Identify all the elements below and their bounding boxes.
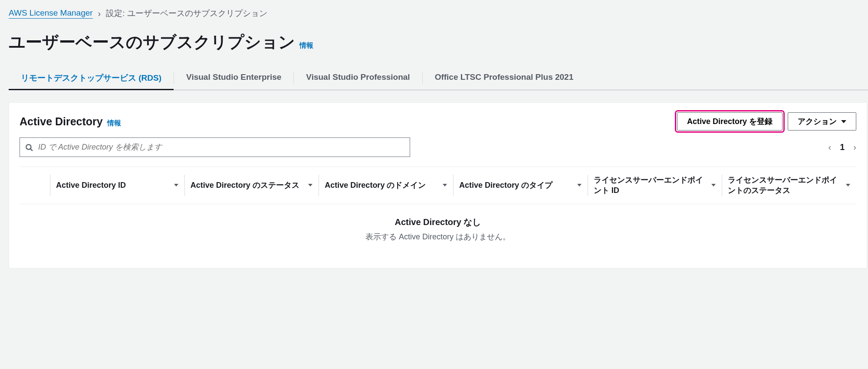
tab-office-ltsc[interactable]: Office LTSC Professional Plus 2021 bbox=[423, 66, 586, 90]
actions-dropdown-button[interactable]: アクション bbox=[788, 112, 856, 131]
page-title: ユーザーベースのサブスクリプション 情報 bbox=[9, 31, 868, 53]
tab-rds[interactable]: リモートデスクトップサービス (RDS) bbox=[9, 66, 174, 90]
svg-point-0 bbox=[26, 144, 31, 149]
search-icon bbox=[25, 144, 33, 151]
tabs: リモートデスクトップサービス (RDS) Visual Studio Enter… bbox=[9, 66, 868, 90]
column-label: Active Directory ID bbox=[56, 180, 126, 190]
column-label: Active Directory のタイプ bbox=[459, 180, 552, 190]
caret-down-icon bbox=[841, 120, 846, 123]
sort-caret-icon bbox=[577, 184, 582, 186]
page-title-text: ユーザーベースのサブスクリプション bbox=[9, 31, 295, 53]
tab-vs-professional[interactable]: Visual Studio Professional bbox=[294, 66, 422, 90]
svg-line-1 bbox=[30, 149, 33, 151]
panel-info-link[interactable]: 情報 bbox=[107, 119, 121, 128]
breadcrumb-root-link[interactable]: AWS License Manager bbox=[9, 8, 93, 19]
column-ad-id[interactable]: Active Directory ID bbox=[50, 167, 184, 204]
tab-vs-enterprise[interactable]: Visual Studio Enterprise bbox=[174, 66, 293, 90]
empty-title: Active Directory なし bbox=[20, 216, 856, 228]
panel-title: Active Directory bbox=[20, 115, 103, 128]
search-box[interactable] bbox=[20, 137, 410, 157]
pagination: ‹ 1 › bbox=[829, 142, 856, 152]
search-input[interactable] bbox=[37, 142, 404, 152]
empty-state: Active Directory なし 表示する Active Director… bbox=[20, 204, 856, 242]
column-license-endpoint-id[interactable]: ライセンスサーバーエンドポイント ID bbox=[588, 167, 722, 204]
breadcrumb: AWS License Manager › 設定: ユーザーベースのサブスクリプ… bbox=[9, 8, 868, 19]
sort-caret-icon bbox=[443, 184, 447, 186]
column-ad-status[interactable]: Active Directory のステータス bbox=[184, 167, 319, 204]
breadcrumb-current: 設定: ユーザーベースのサブスクリプション bbox=[106, 8, 267, 19]
column-select bbox=[20, 167, 50, 204]
sort-caret-icon bbox=[174, 184, 178, 186]
sort-caret-icon bbox=[711, 184, 716, 186]
column-label: ライセンスサーバーエンドポイントのステータス bbox=[728, 175, 842, 196]
actions-button-label: アクション bbox=[798, 116, 837, 127]
chevron-right-icon: › bbox=[98, 9, 101, 19]
empty-subtitle: 表示する Active Directory はありません。 bbox=[20, 232, 856, 242]
column-license-endpoint-status[interactable]: ライセンスサーバーエンドポイントのステータス bbox=[722, 167, 856, 204]
sort-caret-icon bbox=[846, 184, 850, 186]
pagination-page: 1 bbox=[840, 142, 845, 152]
column-ad-domain[interactable]: Active Directory のドメイン bbox=[319, 167, 453, 204]
sort-caret-icon bbox=[308, 184, 312, 186]
register-ad-button[interactable]: Active Directory を登録 bbox=[677, 112, 783, 131]
table-header-row: Active Directory ID Active Directory のステ… bbox=[20, 167, 856, 204]
column-label: Active Directory のドメイン bbox=[325, 180, 426, 190]
column-label: Active Directory のステータス bbox=[191, 180, 299, 190]
pagination-prev[interactable]: ‹ bbox=[829, 142, 832, 152]
info-link[interactable]: 情報 bbox=[299, 41, 313, 50]
column-label: ライセンスサーバーエンドポイント ID bbox=[594, 175, 708, 196]
pagination-next[interactable]: › bbox=[853, 142, 856, 152]
panel-header: Active Directory 情報 Active Directory を登録… bbox=[20, 112, 856, 131]
active-directory-panel: Active Directory 情報 Active Directory を登録… bbox=[9, 102, 867, 268]
column-ad-type[interactable]: Active Directory のタイプ bbox=[453, 167, 588, 204]
